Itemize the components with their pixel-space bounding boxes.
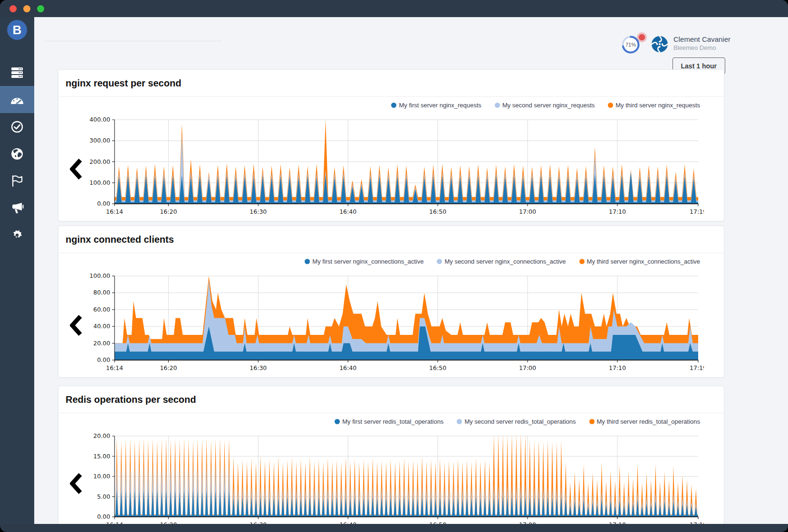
svg-text:16:30: 16:30 bbox=[250, 521, 267, 524]
avatar bbox=[651, 35, 669, 53]
chart-area: 0.00100.00200.00300.00400.0016:1416:2016… bbox=[58, 117, 724, 221]
sidebar-item-announcements[interactable] bbox=[0, 194, 34, 221]
svg-text:16:14: 16:14 bbox=[106, 521, 123, 524]
svg-text:16:20: 16:20 bbox=[160, 208, 177, 215]
previous-chart-button[interactable] bbox=[66, 117, 86, 221]
chart-title: nginx request per second bbox=[66, 78, 181, 89]
legend-dot-icon bbox=[391, 103, 396, 108]
legend-item[interactable]: My third server nginx_requests bbox=[608, 102, 700, 109]
previous-chart-button[interactable] bbox=[66, 273, 86, 377]
legend-label: My second server nginx_connections_activ… bbox=[444, 258, 566, 265]
legend-dot-icon bbox=[437, 259, 442, 264]
minimize-button[interactable] bbox=[23, 5, 30, 12]
legend-label: My second server nginx_requests bbox=[502, 102, 595, 109]
chevron-left-icon bbox=[70, 158, 82, 180]
sidebar-item-flags[interactable] bbox=[0, 167, 34, 194]
user-menu[interactable]: Clement Cavanier Bleemeo Demo bbox=[651, 35, 730, 53]
chart-plot[interactable]: 0.005.0010.0015.0020.0016:1416:2016:3016… bbox=[86, 433, 724, 524]
legend-label: My third server redis_total_operations bbox=[597, 418, 701, 425]
bleemeo-logo[interactable]: B bbox=[7, 20, 27, 40]
svg-text:16:14: 16:14 bbox=[106, 208, 123, 215]
svg-text:300.00: 300.00 bbox=[89, 137, 110, 144]
svg-text:16:50: 16:50 bbox=[429, 364, 446, 371]
legend-label: My first server redis_total_operations bbox=[342, 418, 443, 425]
chart-plot[interactable]: 0.0020.0040.0060.0080.00100.0016:1416:20… bbox=[86, 273, 724, 377]
chart-card-header: nginx request per second bbox=[58, 70, 724, 97]
chart-title: nginx connected clients bbox=[66, 234, 174, 245]
chevron-left-icon bbox=[70, 473, 82, 494]
close-button[interactable] bbox=[10, 5, 17, 12]
svg-text:17:19: 17:19 bbox=[690, 521, 704, 524]
svg-text:16:50: 16:50 bbox=[429, 208, 446, 215]
legend-label: My second server redis_total_operations bbox=[464, 418, 576, 425]
svg-text:17:19: 17:19 bbox=[690, 364, 704, 371]
chart-card: nginx connected clients My first server … bbox=[58, 226, 724, 378]
sidebar-item-servers[interactable] bbox=[0, 59, 34, 86]
svg-text:60.00: 60.00 bbox=[93, 306, 110, 313]
sidebar-item-dashboard[interactable] bbox=[0, 86, 34, 113]
search-input[interactable] bbox=[45, 41, 222, 41]
app-window: B 71% bbox=[0, 0, 788, 532]
svg-text:5.00: 5.00 bbox=[97, 493, 110, 500]
svg-text:80.00: 80.00 bbox=[93, 289, 110, 296]
legend-item[interactable]: My third server nginx_connections_active bbox=[579, 258, 700, 265]
svg-text:40.00: 40.00 bbox=[93, 323, 110, 330]
sidebar-item-settings[interactable] bbox=[0, 221, 34, 248]
svg-text:16:40: 16:40 bbox=[339, 364, 356, 371]
svg-text:16:30: 16:30 bbox=[250, 364, 267, 371]
svg-text:17:10: 17:10 bbox=[609, 208, 626, 215]
legend-label: My first server nginx_requests bbox=[399, 102, 481, 109]
svg-text:100.00: 100.00 bbox=[89, 179, 110, 186]
svg-text:20.00: 20.00 bbox=[93, 340, 110, 347]
chart-card: nginx request per second My first server… bbox=[58, 69, 724, 221]
svg-text:0.00: 0.00 bbox=[97, 200, 110, 207]
chart-svg: 0.00100.00200.00300.00400.0016:1416:2016… bbox=[86, 117, 704, 219]
main-content: 71% bbox=[34, 17, 788, 524]
legend-item[interactable]: My second server nginx_connections_activ… bbox=[437, 258, 566, 265]
svg-text:200.00: 200.00 bbox=[89, 158, 110, 165]
chart-svg: 0.0020.0040.0060.0080.00100.0016:1416:20… bbox=[86, 273, 704, 375]
svg-text:17:00: 17:00 bbox=[519, 364, 536, 371]
legend-item[interactable]: My second server redis_total_operations bbox=[457, 418, 576, 425]
svg-text:17:10: 17:10 bbox=[609, 364, 626, 371]
legend-item[interactable]: My third server redis_total_operations bbox=[589, 418, 701, 425]
sidebar-item-checks[interactable] bbox=[0, 113, 34, 140]
svg-text:15.00: 15.00 bbox=[93, 453, 110, 460]
svg-text:16:14: 16:14 bbox=[106, 364, 123, 371]
svg-text:16:20: 16:20 bbox=[160, 521, 177, 524]
legend-label: My first server nginx_connections_active bbox=[312, 258, 423, 265]
chart-plot[interactable]: 0.00100.00200.00300.00400.0016:1416:2016… bbox=[86, 117, 724, 221]
globe-icon bbox=[11, 148, 23, 160]
svg-text:400.00: 400.00 bbox=[89, 117, 110, 123]
legend-label: My third server nginx_requests bbox=[615, 102, 700, 109]
legend-item[interactable]: My first server nginx_requests bbox=[391, 102, 481, 109]
chart-legend: My first server redis_total_operationsMy… bbox=[58, 414, 724, 428]
notification-badge-halo bbox=[637, 32, 647, 42]
svg-text:16:50: 16:50 bbox=[429, 521, 446, 524]
chevron-left-icon bbox=[70, 314, 82, 336]
svg-text:16:30: 16:30 bbox=[250, 208, 267, 215]
previous-chart-button[interactable] bbox=[66, 433, 86, 524]
chart-card-header: nginx connected clients bbox=[58, 226, 724, 253]
svg-text:17:00: 17:00 bbox=[519, 208, 536, 215]
check-circle-icon bbox=[11, 121, 23, 133]
progress-ring[interactable]: 71% bbox=[621, 35, 643, 57]
sidebar-item-world[interactable] bbox=[0, 140, 34, 167]
legend-item[interactable]: My first server redis_total_operations bbox=[335, 418, 443, 425]
chart-card-header: Redis operations per second bbox=[58, 386, 724, 413]
chart-area: 0.005.0010.0015.0020.0016:1416:2016:3016… bbox=[58, 433, 724, 524]
svg-text:0.00: 0.00 bbox=[97, 356, 110, 363]
svg-text:100.00: 100.00 bbox=[89, 273, 110, 279]
legend-dot-icon bbox=[305, 259, 310, 264]
chart-legend: My first server nginx_requestsMy second … bbox=[58, 98, 724, 112]
chart-svg: 0.005.0010.0015.0020.0016:1416:2016:3016… bbox=[86, 433, 704, 524]
legend-dot-icon bbox=[579, 259, 585, 264]
legend-dot-icon bbox=[608, 103, 613, 108]
legend-label: My third server nginx_connections_active bbox=[587, 258, 700, 265]
megaphone-icon bbox=[10, 202, 24, 214]
svg-text:17:10: 17:10 bbox=[609, 521, 626, 524]
chart-card: Redis operations per second My first ser… bbox=[58, 386, 724, 524]
maximize-button[interactable] bbox=[37, 5, 44, 12]
legend-item[interactable]: My second server nginx_requests bbox=[495, 102, 595, 109]
legend-item[interactable]: My first server nginx_connections_active bbox=[305, 258, 423, 265]
